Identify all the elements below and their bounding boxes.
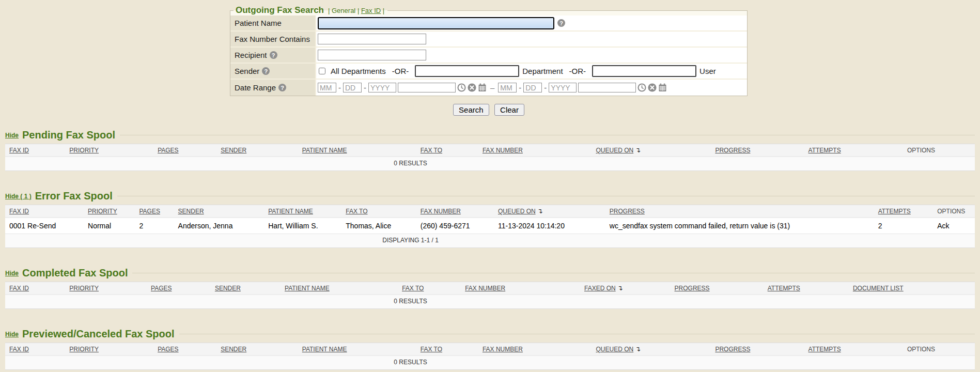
column-header[interactable]: SENDER: [221, 147, 246, 154]
section-completed: HideCompleted Fax SpoolFAX IDPRIORITYPAG…: [5, 267, 975, 309]
all-departments-checkbox[interactable]: [319, 68, 325, 74]
column-header-cell: PAGES: [135, 205, 174, 218]
column-header[interactable]: FAX NUMBER: [465, 285, 505, 292]
patient-name-input[interactable]: [318, 17, 554, 29]
calendar-icon[interactable]: [478, 83, 487, 92]
column-header[interactable]: PAGES: [158, 147, 178, 154]
column-header-cell: ATTEMPTS: [804, 343, 903, 356]
clear-button[interactable]: Clear: [494, 104, 524, 116]
date-dash: -: [364, 83, 366, 92]
help-icon[interactable]: ?: [557, 19, 565, 27]
column-header[interactable]: FAX ID: [9, 208, 29, 215]
column-header[interactable]: PROGRESS: [715, 147, 750, 154]
pending-heading: HidePending Fax Spool: [5, 129, 975, 141]
column-header[interactable]: ATTEMPTS: [808, 147, 841, 154]
hide-link[interactable]: Hide: [5, 331, 19, 338]
column-header-cell: DOCUMENT LIST: [849, 282, 975, 295]
help-icon[interactable]: ?: [262, 67, 270, 75]
table-cell: Normal: [84, 218, 135, 234]
calendar-icon[interactable]: [658, 83, 667, 92]
table-cell: 0001 Re-Send: [5, 218, 84, 234]
column-header[interactable]: ATTEMPTS: [808, 346, 841, 353]
table-cell: Hart, William S.: [264, 218, 341, 234]
user-input[interactable]: [592, 65, 696, 77]
column-header[interactable]: PROGRESS: [610, 208, 645, 215]
column-header[interactable]: PATIENT NAME: [302, 147, 347, 154]
column-header[interactable]: FAX TO: [421, 346, 442, 353]
column-header[interactable]: PATIENT NAME: [302, 346, 347, 353]
column-header[interactable]: PROGRESS: [715, 346, 750, 353]
column-header[interactable]: PATIENT NAME: [268, 208, 313, 215]
completed-heading: HideCompleted Fax Spool: [5, 267, 975, 279]
column-header[interactable]: SENDER: [221, 346, 246, 353]
form-buttons: Search Clear: [230, 104, 748, 116]
column-header[interactable]: FAX TO: [346, 208, 367, 215]
column-header[interactable]: SENDER: [178, 208, 204, 215]
to-year-input[interactable]: [549, 83, 577, 92]
search-mode-links: | General | Fax ID |: [328, 7, 384, 14]
column-header[interactable]: PRIORITY: [88, 208, 117, 215]
from-month-input[interactable]: [318, 83, 336, 92]
to-month-input[interactable]: [498, 83, 517, 92]
clock-icon[interactable]: [637, 83, 646, 92]
hide-link[interactable]: Hide: [5, 132, 19, 139]
column-header[interactable]: QUEUED ON: [596, 346, 634, 353]
column-header[interactable]: FAX TO: [421, 147, 442, 154]
column-header-cell: PATIENT NAME: [264, 205, 341, 218]
column-header[interactable]: PRIORITY: [69, 346, 99, 353]
fax-id-search-link[interactable]: Fax ID: [361, 7, 381, 14]
column-header-cell: FAX NUMBER: [478, 144, 592, 157]
column-header[interactable]: SENDER: [215, 285, 241, 292]
column-header[interactable]: FAX NUMBER: [483, 147, 523, 154]
column-header[interactable]: QUEUED ON: [596, 147, 634, 154]
column-header[interactable]: FAX TO: [402, 285, 424, 292]
to-day-input[interactable]: [523, 83, 542, 92]
column-header[interactable]: FAX NUMBER: [421, 208, 461, 215]
clear-date-icon[interactable]: [468, 83, 476, 92]
column-header[interactable]: FAXED ON: [584, 285, 616, 292]
help-icon[interactable]: ?: [278, 84, 286, 91]
column-header[interactable]: FAX ID: [9, 346, 29, 353]
column-header[interactable]: PRIORITY: [69, 285, 99, 292]
pending-table: FAX IDPRIORITYPAGESSENDERPATIENT NAMEFAX…: [5, 144, 975, 171]
hide-link[interactable]: Hide ( 1 ): [5, 193, 32, 200]
to-time-input[interactable]: [578, 83, 636, 92]
column-header[interactable]: PAGES: [139, 208, 160, 215]
column-header[interactable]: QUEUED ON: [498, 208, 536, 215]
clear-date-icon[interactable]: [648, 83, 657, 92]
department-label: Department: [522, 67, 563, 75]
column-header-cell: FAX ID: [5, 205, 84, 218]
column-header[interactable]: PAGES: [151, 285, 172, 292]
search-button[interactable]: Search: [453, 104, 489, 116]
column-header[interactable]: PRIORITY: [69, 147, 99, 154]
recipient-input[interactable]: [318, 50, 426, 60]
sender-label: Sender ?: [230, 64, 316, 79]
table-row: 0001 Re-SendNormal2Anderson, JennaHart, …: [5, 218, 975, 234]
column-header-cell: PRIORITY: [84, 205, 135, 218]
column-header[interactable]: DOCUMENT LIST: [853, 285, 904, 292]
from-year-input[interactable]: [368, 83, 396, 92]
from-day-input[interactable]: [343, 83, 362, 92]
page-title: Outgoing Fax Search: [236, 5, 324, 16]
hide-link[interactable]: Hide: [5, 270, 19, 277]
column-header[interactable]: PROGRESS: [675, 285, 710, 292]
column-header[interactable]: FAX ID: [9, 285, 29, 292]
department-input[interactable]: [415, 65, 519, 77]
column-header[interactable]: FAX ID: [9, 147, 29, 154]
column-header[interactable]: PATIENT NAME: [285, 285, 330, 292]
previewed-table: FAX IDPRIORITYPAGESSENDERPATIENT NAMEFAX…: [5, 343, 975, 370]
column-header[interactable]: PAGES: [158, 346, 178, 353]
table-cell: (260) 459-6271: [416, 218, 494, 234]
section-pending: HidePending Fax SpoolFAX IDPRIORITYPAGES…: [5, 129, 975, 171]
general-search-link[interactable]: General: [332, 7, 355, 14]
heading-rule: [117, 196, 975, 196]
fax-number-input[interactable]: [318, 34, 426, 44]
column-header[interactable]: ATTEMPTS: [878, 208, 911, 215]
clock-icon[interactable]: [457, 83, 466, 92]
separator: |: [383, 7, 384, 14]
column-header[interactable]: FAX NUMBER: [483, 346, 523, 353]
from-time-input[interactable]: [398, 83, 456, 92]
help-icon[interactable]: ?: [270, 51, 277, 59]
column-header[interactable]: ATTEMPTS: [768, 285, 800, 292]
column-header-cell: OPTIONS: [933, 205, 975, 218]
